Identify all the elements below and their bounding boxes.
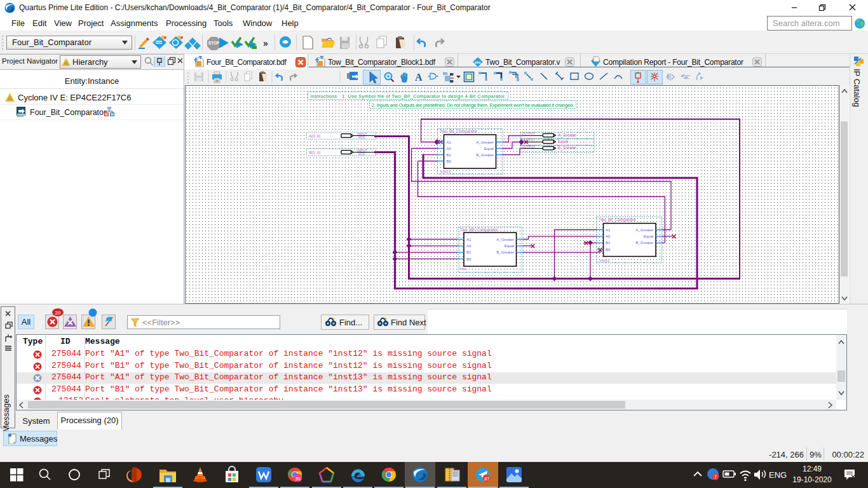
svg-text:Equal: Equal (558, 139, 568, 144)
svg-text:A0: A0 (447, 147, 452, 151)
svg-text:B1: B1 (447, 153, 452, 157)
svg-text:BDF: BDF (17, 114, 25, 118)
svg-text:OUTPUT: OUTPUT (522, 145, 536, 149)
svg-text:OUTPUT: OUTPUT (522, 132, 536, 135)
svg-text:A_Greater: A_Greater (476, 140, 494, 144)
svg-text:A_Greater: A_Greater (635, 228, 653, 232)
svg-text:7: 7 (714, 474, 717, 480)
svg-text:2. Inputs and Outputs are pred: 2. Inputs and Outputs are predefined. Do… (372, 102, 574, 108)
svg-text:A0: A0 (466, 244, 471, 248)
svg-text:in: in (443, 71, 447, 76)
svg-text:B_Greater: B_Greater (558, 146, 576, 151)
svg-text:A0: A0 (606, 234, 611, 238)
svg-text:B_Greater: B_Greater (496, 250, 514, 254)
svg-text:A[3..0]: A[3..0] (309, 134, 321, 138)
svg-text:B0: B0 (606, 248, 611, 252)
svg-text:A_Greater: A_Greater (496, 238, 514, 241)
svg-text:Equal: Equal (484, 147, 494, 151)
svg-text:STOP: STOP (208, 41, 220, 45)
svg-text:Instructions : 1. Use Symbol f: Instructions : 1. Use Symbol file of Two… (310, 93, 506, 99)
svg-text:B_Greater: B_Greater (635, 241, 653, 245)
svg-text:A1: A1 (447, 140, 452, 144)
svg-text:Two_Bit_Comparator: Two_Bit_Comparator (460, 227, 498, 233)
svg-text:Equal: Equal (505, 244, 514, 248)
svg-text:B[3..0]: B[3..0] (309, 151, 321, 154)
svg-text:inst13: inst13 (440, 170, 451, 173)
svg-text:.87: .87 (484, 477, 490, 481)
svg-text:inst: inst (460, 267, 466, 271)
svg-text:A: A (415, 72, 423, 83)
svg-text:Equal: Equal (644, 234, 653, 238)
svg-text:20: 20 (55, 310, 61, 316)
svg-text:abc: abc (475, 60, 482, 64)
svg-text:Two_Bit_Comparator: Two_Bit_Comparator (599, 217, 636, 222)
svg-text:OUTPUT: OUTPUT (522, 138, 536, 142)
svg-text:A1: A1 (606, 228, 611, 232)
svg-text:A_Greater: A_Greater (558, 133, 576, 138)
svg-text:B_Greater: B_Greater (476, 153, 494, 157)
svg-text:B0: B0 (447, 159, 452, 163)
svg-text:»: » (263, 38, 268, 48)
svg-text:m: m (295, 475, 301, 482)
svg-text:inst12: inst12 (600, 259, 611, 262)
svg-text:B1: B1 (606, 241, 611, 245)
svg-text:B1: B1 (466, 250, 471, 254)
svg-text:B0: B0 (466, 257, 471, 261)
svg-text:Two_Bit_Comparator: Two_Bit_Comparator (440, 129, 477, 134)
svg-text:A1: A1 (466, 238, 471, 241)
